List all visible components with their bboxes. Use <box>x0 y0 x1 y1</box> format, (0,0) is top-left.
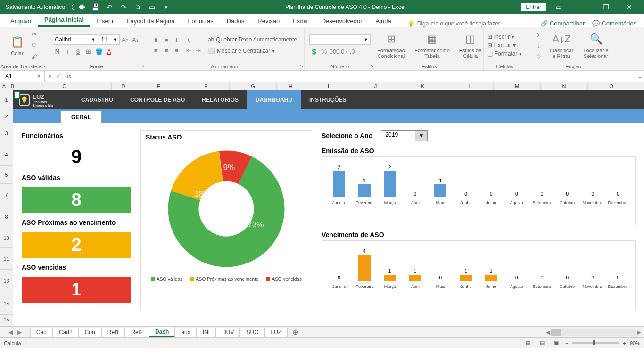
subnav-geral[interactable]: GERAL <box>60 111 102 123</box>
nav-instrucoes[interactable]: INSTRUÇÕES <box>301 90 355 109</box>
name-box[interactable]: A1▼ <box>3 72 43 81</box>
active-cell[interactable] <box>14 91 20 99</box>
col-header[interactable]: M <box>494 82 541 90</box>
col-header[interactable]: A <box>0 82 8 90</box>
autosum-icon[interactable]: Σ <box>534 30 544 40</box>
sheet-tab-dash[interactable]: Dash <box>149 327 175 337</box>
merge-button[interactable]: ⬜ Mesclar e Centralizar ▾ <box>206 47 299 55</box>
row-header[interactable]: 13 <box>0 270 13 292</box>
row-header[interactable]: 3 <box>0 123 13 143</box>
clipboard-launcher-icon[interactable]: ↘ <box>42 63 46 68</box>
redo-icon[interactable]: ↷ <box>120 3 127 11</box>
cond-format-button[interactable]: ⊞Formatação Condicional <box>373 31 409 60</box>
fill-color-icon[interactable]: 🪣 <box>94 47 104 56</box>
align-right-icon[interactable]: ≡ <box>172 46 182 55</box>
sheet-tab-con[interactable]: Con <box>79 328 101 337</box>
nav-dashboard[interactable]: DASHBOARD <box>247 90 301 109</box>
increase-font-icon[interactable]: A↑ <box>121 35 130 44</box>
tellme-search[interactable]: 💡Diga-me o que você deseja fazer <box>407 20 500 27</box>
close-icon[interactable]: ✕ <box>619 0 640 14</box>
tab-insert[interactable]: Inserir <box>90 15 120 27</box>
underline-button[interactable]: S <box>74 47 83 56</box>
font-name-select[interactable]: Calibri▼ <box>53 34 98 45</box>
align-left-icon[interactable]: ≡ <box>151 46 161 55</box>
sheet-tab-duv[interactable]: DUV <box>216 328 240 337</box>
number-format-select[interactable]: ▼ <box>309 34 371 45</box>
qat-icon-1[interactable]: 🗎 <box>134 3 141 11</box>
col-header[interactable]: J <box>352 82 399 90</box>
page-layout-icon[interactable]: ▤ <box>537 339 547 347</box>
share-button[interactable]: 🔗 Compartilhar <box>540 20 585 27</box>
row-header[interactable]: 8 <box>0 205 13 228</box>
row-header[interactable]: 10 <box>0 228 13 248</box>
tab-developer[interactable]: Desenvolvedor <box>315 15 369 27</box>
col-header[interactable]: F <box>182 82 230 90</box>
zoom-in-button[interactable]: + <box>623 340 626 346</box>
sheet-tab-ini[interactable]: INI <box>197 328 216 337</box>
autosave-toggle[interactable] <box>72 4 85 10</box>
hscroll-right-icon[interactable]: ▶ <box>637 329 641 336</box>
font-color-icon[interactable]: A <box>105 47 114 56</box>
fx-icon[interactable]: fx <box>64 73 74 80</box>
cell-styles-button[interactable]: ◫Estilos de Célula <box>455 31 486 60</box>
select-all-button[interactable] <box>0 82 0 90</box>
tab-home[interactable]: Página Inicial <box>38 14 90 27</box>
dec-dec-icon[interactable]: .0→ <box>351 47 360 56</box>
row-header[interactable]: 11 <box>0 248 13 270</box>
font-size-select[interactable]: 11▼ <box>99 34 120 45</box>
indent-icon[interactable]: ⇥ <box>194 46 203 55</box>
number-launcher-icon[interactable]: ↘ <box>370 63 374 68</box>
sheet-tab-rel1[interactable]: Rel1 <box>101 328 125 337</box>
tab-data[interactable]: Dados <box>220 15 251 27</box>
align-top-icon[interactable]: ⬆ <box>151 35 161 45</box>
hscroll-left-icon[interactable]: ◀ <box>546 329 550 336</box>
comma-icon[interactable]: 000 <box>330 47 339 56</box>
format-cells-button[interactable]: ◫ Formatar ▾ <box>486 49 524 58</box>
maximize-icon[interactable]: ❐ <box>595 0 617 14</box>
format-table-button[interactable]: ▦Formatar como Tabela <box>412 31 453 60</box>
find-select-button[interactable]: 🔍Localizar e Selecionar <box>579 31 612 60</box>
tab-review[interactable]: Revisão <box>251 15 286 27</box>
row-header[interactable]: 15 <box>0 315 13 324</box>
sheet-tab-cad2[interactable]: Cad2 <box>53 328 79 337</box>
new-sheet-button[interactable]: ⊕ <box>288 328 303 336</box>
font-launcher-icon[interactable]: ↘ <box>141 63 145 68</box>
undo-icon[interactable]: ↶ <box>106 3 113 11</box>
format-painter-icon[interactable]: 🖌 <box>30 52 39 61</box>
sheet-tab-rel2[interactable]: Rel2 <box>125 328 149 337</box>
clear-icon[interactable]: ◇ <box>534 51 544 60</box>
sort-filter-button[interactable]: A↓ZClassificar e Filtrar <box>546 31 577 60</box>
align-bottom-icon[interactable]: ⬇ <box>172 35 182 45</box>
row-header[interactable]: 14 <box>0 292 13 315</box>
italic-button[interactable]: I <box>63 47 73 56</box>
signin-button[interactable]: Entrar <box>521 3 546 11</box>
tab-view[interactable]: Exibir <box>286 15 315 27</box>
outdent-icon[interactable]: ⇤ <box>184 46 194 55</box>
col-header[interactable]: C <box>17 82 112 90</box>
zoom-out-button[interactable]: − <box>565 340 568 346</box>
qat-icon-2[interactable]: ▭ <box>148 3 156 11</box>
tab-layout[interactable]: Layout da Página <box>120 15 181 27</box>
row-header[interactable]: 4 <box>0 143 13 166</box>
zoom-slider[interactable] <box>572 342 619 344</box>
percent-icon[interactable]: % <box>320 47 329 56</box>
zoom-level[interactable]: 90% <box>630 340 640 346</box>
formula-input[interactable] <box>74 72 636 81</box>
row-header[interactable]: 5 <box>0 166 13 184</box>
save-icon[interactable]: 💾 <box>91 3 99 11</box>
horizontal-scrollbar[interactable] <box>551 329 636 336</box>
sheet-tab-sug[interactable]: SUG <box>240 328 264 337</box>
bold-button[interactable]: N <box>53 47 62 56</box>
minimize-icon[interactable]: — <box>571 0 593 14</box>
col-header[interactable]: G <box>230 82 277 90</box>
align-middle-icon[interactable]: ≡ <box>162 35 171 45</box>
tab-nav-prev-icon[interactable]: ◀ <box>8 329 13 336</box>
qat-dropdown-icon[interactable]: ▼ <box>162 3 170 11</box>
paste-button[interactable]: 📋Colar <box>8 33 27 57</box>
nav-cadastro[interactable]: CADASTRO <box>73 90 122 109</box>
tab-help[interactable]: Ajuda <box>369 15 397 27</box>
tab-file[interactable]: Arquivo <box>4 15 38 27</box>
page-break-icon[interactable]: ▣ <box>551 339 561 347</box>
col-header[interactable]: K <box>399 82 446 90</box>
orientation-icon[interactable]: ⤹ <box>184 35 194 45</box>
